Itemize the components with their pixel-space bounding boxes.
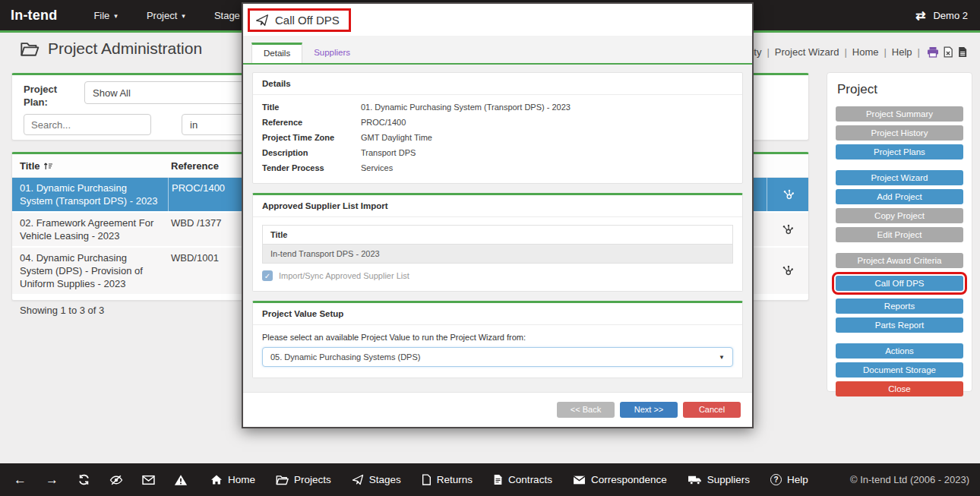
add-project-button[interactable]: Add Project xyxy=(836,189,963,204)
mail-icon[interactable] xyxy=(142,475,155,485)
details-section: Details Title 01. Dynamic Purchasing Sys… xyxy=(252,72,743,184)
pvs-section-header: Project Value Setup xyxy=(253,303,742,325)
application-window: In-tend File ▾ Project ▾ Stage ▾ Contrac… xyxy=(0,0,980,496)
dialog-title-annotation: Call Off DPS xyxy=(248,8,351,32)
search-input[interactable] xyxy=(24,114,151,135)
asl-table: Title In-tend Transport DPS - 2023 xyxy=(262,225,733,264)
copyright-text: © In-tend Ltd (2006 - 2023) xyxy=(850,474,969,485)
paper-plane-icon xyxy=(352,474,364,485)
field-time-zone: Project Time Zone GMT Daylight Time xyxy=(262,130,733,145)
supplier-network-icon[interactable] xyxy=(782,189,794,201)
project-value-setup-section: Project Value Setup Please select an ava… xyxy=(252,301,743,378)
approved-supplier-list-section: Approved Supplier List Import Title In-t… xyxy=(252,193,743,292)
truck-icon xyxy=(688,474,702,485)
export-document-icon[interactable] xyxy=(957,46,968,58)
mail-icon xyxy=(573,475,586,485)
column-reference[interactable]: Reference xyxy=(168,160,244,172)
bottom-toolbar: ← → xyxy=(0,463,980,496)
copy-project-button[interactable]: Copy Project xyxy=(836,208,963,223)
sort-asc-icon[interactable] xyxy=(43,161,53,171)
project-plans-button[interactable]: Project Plans xyxy=(836,144,963,160)
nav-home[interactable]: Home xyxy=(210,474,255,485)
export-excel-icon[interactable] xyxy=(943,46,953,58)
select-caret-icon: ▼ xyxy=(719,354,725,361)
print-icon[interactable] xyxy=(927,46,939,58)
back-icon[interactable]: ← xyxy=(14,473,27,486)
back-button[interactable]: << Back xyxy=(557,402,615,418)
menu-file[interactable]: File ▾ xyxy=(93,10,117,21)
project-plan-label: Project Plan: xyxy=(24,83,77,109)
link-project-wizard[interactable]: Project Wizard xyxy=(775,46,839,58)
folder-open-icon xyxy=(276,474,289,485)
dialog-body: Details Title 01. Dynamic Purchasing Sys… xyxy=(243,65,752,378)
account-name: Demo 2 xyxy=(933,10,968,21)
chevron-down-icon: ▾ xyxy=(182,12,185,20)
hide-eye-icon[interactable] xyxy=(109,474,123,486)
app-logo: In-tend xyxy=(11,8,57,24)
supplier-network-icon[interactable] xyxy=(782,224,793,235)
alert-icon[interactable] xyxy=(174,474,188,486)
next-button[interactable]: Next >> xyxy=(620,402,678,418)
supplier-network-icon[interactable] xyxy=(782,265,793,276)
menu-project[interactable]: Project ▾ xyxy=(147,10,185,21)
dialog-header: Call Off DPS xyxy=(243,4,752,36)
sidebar-title: Project xyxy=(837,82,963,97)
paper-plane-icon xyxy=(255,14,269,27)
project-value-select[interactable]: 05. Dynamic Purchasing Systems (DPS) ▼ xyxy=(262,347,733,367)
project-actions-panel: Project Project Summary Project History … xyxy=(827,72,972,392)
forward-icon[interactable]: → xyxy=(46,473,58,486)
asl-section-header: Approved Supplier List Import xyxy=(253,195,742,217)
folder-open-icon xyxy=(20,40,40,57)
link-home[interactable]: Home xyxy=(852,46,879,58)
cancel-button[interactable]: Cancel xyxy=(683,402,741,418)
project-wizard-button[interactable]: Project Wizard xyxy=(836,170,963,185)
link-help[interactable]: Help xyxy=(892,46,912,58)
import-sync-checkbox[interactable]: ✓ xyxy=(262,270,273,281)
edit-project-button[interactable]: Edit Project xyxy=(836,227,963,242)
document-storage-button[interactable]: Document Storage xyxy=(836,362,963,378)
call-off-dps-dialog: Call Off DPS Details Suppliers Details T… xyxy=(242,2,754,428)
call-off-dps-button[interactable]: Call Off DPS xyxy=(836,276,963,291)
field-tender-process: Tender Process Services xyxy=(262,160,733,175)
nav-correspondence[interactable]: Correspondence xyxy=(573,474,667,485)
tab-suppliers[interactable]: Suppliers xyxy=(302,43,362,63)
reports-button[interactable]: Reports xyxy=(836,299,963,314)
account-area[interactable]: ⇄ Demo 2 xyxy=(915,8,968,23)
dialog-title: Call Off DPS xyxy=(275,14,340,27)
field-reference: Reference PROC/1400 xyxy=(262,115,733,130)
nav-suppliers[interactable]: Suppliers xyxy=(688,474,750,485)
dialog-tabs: Details Suppliers xyxy=(243,36,752,65)
tab-details[interactable]: Details xyxy=(251,43,302,63)
import-sync-option: ✓ Import/Sync Approved Supplier List xyxy=(262,270,733,281)
field-title: Title 01. Dynamic Purchasing System (Tra… xyxy=(262,100,733,115)
nav-help[interactable]: ? Help xyxy=(770,474,808,485)
project-summary-button[interactable]: Project Summary xyxy=(836,106,963,122)
nav-projects[interactable]: Projects xyxy=(276,474,331,485)
asl-column-title: Title xyxy=(262,225,733,245)
project-history-button[interactable]: Project History xyxy=(836,125,963,141)
switch-user-icon[interactable]: ⇄ xyxy=(915,8,925,23)
import-sync-label: Import/Sync Approved Supplier List xyxy=(279,271,409,280)
nav-returns[interactable]: Returns xyxy=(422,474,473,485)
actions-button[interactable]: Actions xyxy=(836,343,963,359)
close-button[interactable]: Close xyxy=(836,381,963,396)
nav-stages[interactable]: Stages xyxy=(352,474,401,485)
details-section-header: Details xyxy=(253,73,742,95)
refresh-icon[interactable] xyxy=(77,473,90,486)
field-description: Description Transport DPS xyxy=(262,145,733,160)
document-icon xyxy=(422,474,432,485)
project-award-criteria-button[interactable]: Project Award Criteria xyxy=(836,253,963,268)
asl-row[interactable]: In-tend Transport DPS - 2023 xyxy=(262,245,733,264)
page-title: Project Administration xyxy=(20,39,202,58)
column-title[interactable]: Title xyxy=(12,160,168,172)
dialog-footer: << Back Next >> Cancel xyxy=(243,392,752,427)
help-icon: ? xyxy=(770,474,782,485)
chevron-down-icon: ▾ xyxy=(114,12,118,20)
home-icon xyxy=(210,474,223,485)
nav-contracts[interactable]: Contracts xyxy=(493,474,552,485)
parts-report-button[interactable]: Parts Report xyxy=(836,318,963,333)
pvs-instruction: Please select an available Project Value… xyxy=(253,325,742,346)
contract-document-icon xyxy=(493,474,503,485)
